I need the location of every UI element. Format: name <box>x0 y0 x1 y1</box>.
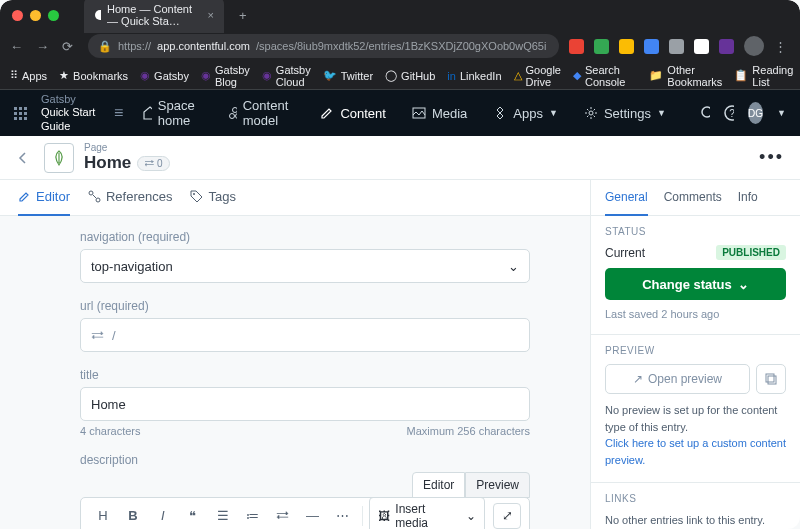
nav-media[interactable]: Media <box>406 106 473 121</box>
extension-icon[interactable] <box>644 39 659 54</box>
desc-field-label: description <box>80 453 530 467</box>
change-status-button[interactable]: Change status⌄ <box>605 268 786 300</box>
profile-avatar[interactable] <box>744 36 764 56</box>
search-icon[interactable] <box>700 105 710 121</box>
bookmark-item[interactable]: 📁 Other Bookmarks <box>649 64 722 88</box>
media-icon <box>412 106 426 120</box>
bookmark-item[interactable]: ◉ Gatsby Blog <box>201 64 250 88</box>
address-bar[interactable]: 🔒 https://app.contentful.com/spaces/8iub… <box>88 34 559 58</box>
italic-button[interactable]: I <box>149 503 177 529</box>
nav-space-home[interactable]: Space home <box>137 98 208 128</box>
bold-button[interactable]: B <box>119 503 147 529</box>
content-type-icon <box>44 143 74 173</box>
bookmark-item[interactable]: ◯ GitHub <box>385 69 435 82</box>
open-preview-button[interactable]: ↗Open preview <box>605 364 750 394</box>
maximize-window[interactable] <box>48 10 59 21</box>
svg-point-10 <box>96 198 100 202</box>
back-button[interactable] <box>16 151 30 165</box>
link-icon: ⮂ <box>91 328 104 343</box>
refs-icon <box>88 190 101 203</box>
bookmark-item[interactable]: 🐦 Twitter <box>323 69 373 82</box>
desc-preview-tab[interactable]: Preview <box>465 472 530 498</box>
svg-text:?: ? <box>729 108 734 119</box>
more-actions-icon[interactable]: ••• <box>759 147 784 168</box>
svg-rect-12 <box>768 376 776 384</box>
url-input[interactable]: ⮂/ <box>80 318 530 352</box>
browser-tab[interactable]: Home — Content — Quick Sta… × <box>84 0 224 33</box>
bookmark-item[interactable]: 📋 Reading List <box>734 64 793 88</box>
tab-tags[interactable]: Tags <box>190 180 235 216</box>
bookmark-item[interactable]: ◉ Gatsby <box>140 69 189 82</box>
extension-icon[interactable] <box>569 39 584 54</box>
external-icon: ↗ <box>633 372 643 386</box>
bookmark-item[interactable]: ◆ Search Console <box>573 64 625 88</box>
tab-editor[interactable]: Editor <box>18 180 70 216</box>
nav-apps[interactable]: Apps ▼ <box>487 106 564 121</box>
char-count: 4 characters <box>80 425 141 437</box>
extension-icon[interactable] <box>669 39 684 54</box>
bookmark-item[interactable]: ◉ Gatsby Cloud <box>262 64 311 88</box>
edit-icon <box>320 106 334 120</box>
extension-icon[interactable] <box>719 39 734 54</box>
close-tab-icon[interactable]: × <box>208 9 214 21</box>
apps-bookmark[interactable]: ⠿ Apps <box>10 69 47 82</box>
title-field-label: title <box>80 368 530 382</box>
link-count-badge[interactable]: ⮂ 0 <box>137 156 169 171</box>
bookmark-item[interactable]: △ Google Drive <box>514 64 561 88</box>
link-button[interactable]: ⮂ <box>269 503 297 529</box>
bookmark-item[interactable]: ★ Bookmarks <box>59 69 128 82</box>
svg-point-9 <box>89 191 93 195</box>
side-tab-info[interactable]: Info <box>738 180 758 216</box>
user-avatar[interactable]: DG <box>748 102 763 124</box>
chrome-menu-icon[interactable]: ⋮ <box>774 39 790 54</box>
close-window[interactable] <box>12 10 23 21</box>
hr-button[interactable]: — <box>298 503 326 529</box>
more-format-button[interactable]: ⋯ <box>328 503 356 529</box>
svg-point-0 <box>95 10 101 20</box>
extension-icon[interactable] <box>694 39 709 54</box>
status-current-label: Current <box>605 246 645 260</box>
tab-favicon <box>94 9 101 21</box>
tag-icon <box>190 190 203 203</box>
insert-media-button[interactable]: 🖼Insert media⌄ <box>369 497 485 530</box>
image-icon: 🖼 <box>378 509 390 523</box>
links-info: No other entries link to this entry. <box>605 512 786 529</box>
status-badge: PUBLISHED <box>716 245 786 260</box>
title-input[interactable]: Home <box>80 387 530 421</box>
minimize-window[interactable] <box>30 10 41 21</box>
chevron-down-icon: ⌄ <box>466 509 476 523</box>
nav-content-model[interactable]: Content model <box>222 98 300 128</box>
quote-button[interactable]: ❝ <box>179 503 207 529</box>
nav-content[interactable]: Content <box>314 106 392 121</box>
nav-dropdown[interactable]: top-navigation⌄ <box>80 249 530 283</box>
side-tab-comments[interactable]: Comments <box>664 180 722 216</box>
side-tab-general[interactable]: General <box>605 180 648 216</box>
preview-info: No preview is set up for the content typ… <box>605 402 786 435</box>
bookmark-item[interactable]: in LinkedIn <box>447 70 501 82</box>
tab-references[interactable]: References <box>88 180 172 216</box>
back-icon[interactable]: ← <box>10 39 26 54</box>
reload-icon[interactable]: ⟳ <box>62 39 78 54</box>
tab-title: Home — Content — Quick Sta… <box>107 3 202 27</box>
heading-button[interactable]: H <box>89 503 117 529</box>
lock-icon: 🔒 <box>98 40 112 53</box>
new-tab-button[interactable]: + <box>239 8 247 23</box>
forward-icon[interactable]: → <box>36 39 52 54</box>
app-switcher-icon[interactable] <box>14 107 27 120</box>
model-icon <box>228 106 237 120</box>
extension-icon[interactable] <box>619 39 634 54</box>
ul-button[interactable]: ☰ <box>209 503 237 529</box>
ol-button[interactable]: ≔ <box>239 503 267 529</box>
char-max: Maximum 256 characters <box>407 425 531 437</box>
preview-setup-link[interactable]: Click here to set up a custom content pr… <box>605 435 786 468</box>
hamburger-icon[interactable]: ≡ <box>114 104 123 122</box>
home-icon <box>143 106 152 120</box>
space-name[interactable]: GatsbyQuick Start Guide <box>41 93 96 133</box>
desc-editor-tab[interactable]: Editor <box>412 472 465 498</box>
expand-button[interactable]: ⤢ <box>493 503 521 529</box>
copy-preview-button[interactable] <box>756 364 786 394</box>
nav-settings[interactable]: Settings ▼ <box>578 106 672 121</box>
extension-icon[interactable] <box>594 39 609 54</box>
help-icon[interactable]: ? <box>724 105 734 121</box>
status-heading: Status <box>605 226 786 237</box>
